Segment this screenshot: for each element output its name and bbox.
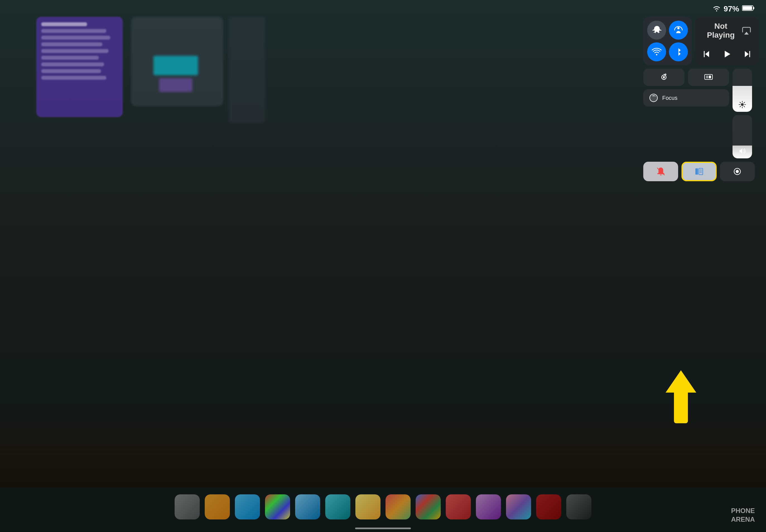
bluetooth-button[interactable] [669, 42, 688, 61]
svg-point-4 [656, 54, 658, 55]
dock-item-12[interactable] [506, 494, 531, 519]
svg-rect-21 [695, 168, 698, 175]
dock-item-11[interactable] [476, 494, 501, 519]
dock-item-2[interactable] [205, 494, 230, 519]
dock [0, 490, 766, 524]
media-controls [701, 48, 753, 60]
previous-button[interactable] [701, 49, 712, 59]
cc-lock-mirror-row [643, 69, 729, 86]
dock-item-1[interactable] [175, 494, 200, 519]
svg-rect-2 [743, 6, 752, 10]
dock-item-7[interactable] [355, 494, 380, 519]
dock-item-10[interactable] [446, 494, 471, 519]
wifi-button[interactable] [647, 42, 666, 61]
airdrop-button[interactable] [669, 21, 688, 40]
watermark-line1: PHONE [731, 506, 755, 515]
stage-area [0, 404, 766, 487]
svg-point-11 [741, 103, 744, 106]
svg-marker-5 [725, 51, 730, 57]
dock-item-8[interactable] [386, 494, 411, 519]
screen-record-button[interactable] [720, 162, 755, 181]
dock-item-5[interactable] [295, 494, 320, 519]
arrow-head [666, 370, 696, 393]
battery-icon [742, 4, 755, 13]
svg-rect-7 [663, 76, 665, 78]
watermark-line2: ARENA [731, 515, 755, 524]
blur-panel-left [36, 17, 123, 117]
dock-item-9[interactable] [416, 494, 441, 519]
play-button[interactable] [721, 48, 733, 60]
focus-label: Focus [662, 95, 677, 101]
svg-line-16 [740, 102, 741, 103]
now-playing-top: Not Playing [701, 22, 753, 40]
blur-cyan-block [153, 56, 198, 75]
svg-point-3 [677, 27, 680, 29]
svg-rect-10 [709, 76, 711, 78]
yellow-arrow [666, 370, 696, 423]
rotation-lock-button[interactable] [643, 69, 685, 86]
volume-icon [738, 147, 746, 155]
svg-line-19 [740, 106, 741, 107]
svg-rect-8 [705, 74, 712, 79]
svg-line-17 [744, 106, 745, 107]
screen-mirror-button[interactable] [688, 69, 729, 86]
svg-point-27 [736, 170, 739, 173]
phonearena-watermark: PHONE ARENA [731, 506, 755, 524]
status-bar: 97% [712, 4, 755, 13]
dock-item-4[interactable] [265, 494, 290, 519]
multitasking-button[interactable] [682, 162, 716, 181]
svg-line-18 [744, 102, 745, 103]
focus-button[interactable]: Focus [643, 89, 729, 107]
brightness-slider[interactable] [733, 69, 752, 112]
dock-item-3[interactable] [235, 494, 260, 519]
cc-left-middle: Focus [643, 69, 729, 158]
volume-slider[interactable] [733, 115, 752, 158]
airplay-icon[interactable] [740, 25, 753, 37]
airplane-mode-button[interactable] [647, 21, 666, 40]
dock-item-14[interactable] [566, 494, 591, 519]
next-button[interactable] [742, 49, 753, 59]
mute-button[interactable] [643, 162, 678, 181]
wifi-icon-status [712, 4, 721, 13]
cc-sliders [733, 69, 755, 158]
control-center: Not Playing [643, 17, 755, 181]
svg-rect-9 [706, 76, 708, 78]
arrow-body [674, 393, 688, 423]
home-indicator[interactable] [355, 528, 411, 529]
brightness-icon [738, 101, 746, 108]
blur-panel-right [229, 17, 265, 123]
connectivity-block [643, 17, 692, 65]
dock-item-6[interactable] [325, 494, 350, 519]
now-playing-title: Not Playing [701, 22, 740, 40]
cc-top-row: Not Playing [643, 17, 755, 65]
svg-rect-1 [753, 7, 754, 9]
cc-middle-section: Focus [643, 69, 755, 158]
dock-item-13[interactable] [536, 494, 561, 519]
blur-purple-block [159, 78, 192, 92]
battery-percentage: 97% [724, 4, 739, 13]
cc-bottom-row [643, 162, 755, 181]
now-playing-block: Not Playing [695, 17, 759, 65]
